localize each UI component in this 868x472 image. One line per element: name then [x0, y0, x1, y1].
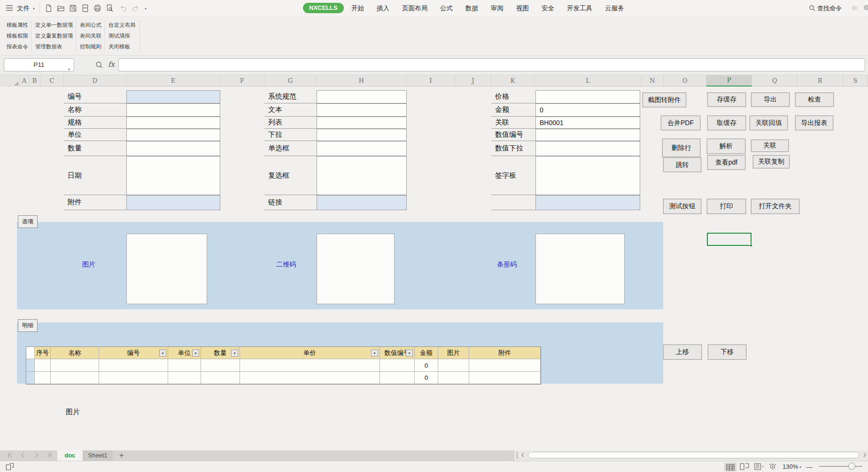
page-layout-view-icon[interactable] [753, 463, 764, 471]
hamburger-icon[interactable] [6, 5, 13, 11]
cell-image[interactable] [438, 359, 469, 372]
row-selector-cell[interactable] [26, 372, 35, 384]
name-box-caret-icon[interactable]: ▾ [68, 63, 70, 76]
move-up-button[interactable]: 上移 [663, 345, 702, 360]
cell-code[interactable] [99, 372, 168, 384]
next-sheet-icon[interactable] [33, 452, 39, 458]
open-file-button[interactable] [57, 4, 65, 12]
report-commands-button[interactable]: 报表命令 [7, 41, 28, 52]
column-header-k[interactable]: K [491, 75, 535, 87]
column-header-p-selected[interactable]: P [706, 75, 752, 87]
column-header-e[interactable]: E [126, 75, 220, 87]
header-attachment[interactable]: 附件 [469, 347, 541, 359]
insert-function-icon[interactable] [95, 61, 103, 69]
header-seq[interactable]: 序号 [35, 347, 51, 359]
cell-numeric-code[interactable] [380, 372, 415, 384]
template-permissions-button[interactable]: 模板权限 [7, 31, 28, 41]
print-button[interactable] [93, 4, 101, 12]
zoom-out-button[interactable]: — [806, 461, 813, 472]
menu-security[interactable]: 安全 [542, 0, 554, 16]
cell-image[interactable] [438, 372, 469, 384]
image-link[interactable]: 图片 [82, 260, 95, 269]
manage-data-table-button[interactable]: 管理数据表 [35, 41, 73, 52]
column-header-q[interactable]: Q [752, 75, 798, 87]
header-unit-price[interactable]: 单价▼ [240, 347, 380, 359]
select-all-corner[interactable] [0, 75, 20, 87]
cell-unit[interactable] [168, 372, 201, 384]
view-pdf-button[interactable]: 查看pdf [707, 155, 745, 170]
filter-dropdown-icon[interactable]: ▼ [159, 349, 166, 356]
field-list-input[interactable] [317, 117, 407, 129]
control-rules-button[interactable]: 控制规则 [80, 41, 101, 52]
cell-numeric-code[interactable] [380, 359, 415, 372]
horizontal-scrollbar-thumb[interactable] [528, 452, 860, 458]
check-button[interactable]: 检查 [795, 93, 834, 107]
selector-header-cell[interactable] [26, 347, 35, 359]
column-header-n[interactable]: N [642, 75, 664, 87]
qat-more-icon[interactable]: ▾ [145, 7, 147, 11]
field-numeric-dropdown-input[interactable] [535, 141, 640, 156]
paste-mode-icon[interactable] [6, 463, 15, 471]
filter-dropdown-icon[interactable]: ▼ [406, 349, 413, 356]
field-price-input[interactable] [535, 90, 640, 103]
test-button[interactable]: 测试按钮 [663, 199, 701, 214]
cell-quantity[interactable] [201, 372, 240, 384]
filter-dropdown-icon[interactable]: ▼ [192, 349, 199, 356]
header-numeric-code[interactable]: 数值编号▼ [380, 347, 415, 359]
merge-pdf-button[interactable]: 合并PDF [661, 116, 700, 130]
menu-data[interactable]: 数据 [465, 0, 478, 16]
zoom-level[interactable]: 130% [783, 461, 798, 472]
template-properties-button[interactable]: 模板属性 [7, 20, 28, 31]
header-quantity[interactable]: 数量▼ [201, 347, 240, 359]
field-blank-input[interactable] [535, 195, 640, 210]
menu-home[interactable]: 开始 [351, 0, 364, 16]
column-header-a[interactable]: A [20, 75, 29, 87]
field-system-spec-input[interactable] [317, 90, 407, 103]
sheet-tab-doc[interactable]: doc [57, 450, 83, 461]
zoom-caret-icon[interactable]: ▾ [799, 465, 801, 469]
field-relation-input[interactable]: BH0001 [535, 117, 640, 129]
field-amount-input[interactable]: 0 [535, 103, 640, 117]
name-box[interactable]: P11 ▾ [4, 58, 74, 71]
field-date-input[interactable] [126, 156, 220, 195]
prev-sheet-icon[interactable] [20, 452, 26, 458]
column-header-r[interactable]: R [798, 75, 843, 87]
column-header-d[interactable]: D [64, 75, 126, 87]
field-numeric-code-input[interactable] [535, 129, 640, 141]
filter-dropdown-icon[interactable]: ▼ [371, 349, 378, 356]
header-code[interactable]: 编号▼ [99, 347, 168, 359]
hide-elements-eye-icon[interactable] [767, 463, 778, 471]
sheet-tab-sheet1[interactable]: Sheet1 [83, 450, 113, 461]
header-unit[interactable]: 单位▼ [168, 347, 201, 359]
cell-name[interactable] [51, 359, 99, 372]
cell-quantity[interactable] [201, 359, 240, 372]
field-dropdown-input[interactable] [317, 129, 407, 141]
cell-seq[interactable] [35, 372, 51, 384]
column-header-i[interactable]: I [407, 75, 455, 87]
menu-view[interactable]: 视图 [516, 0, 529, 16]
detail-tab[interactable]: 明细 [18, 319, 38, 332]
field-checkbox-input[interactable] [317, 156, 407, 195]
selected-cell-p11[interactable] [707, 233, 752, 246]
field-name-input[interactable] [126, 103, 220, 117]
cell-attachment[interactable] [469, 372, 541, 384]
zoom-slider-thumb[interactable] [848, 463, 855, 470]
parse-button[interactable]: 解析 [707, 139, 745, 154]
save-button[interactable] [69, 4, 77, 12]
chevron-down-icon[interactable]: ▾ [33, 7, 35, 11]
qrcode-link[interactable]: 二维码 [276, 260, 296, 269]
link-button[interactable]: 关联 [751, 140, 789, 152]
open-folder-button[interactable]: 打开文件夹 [751, 199, 799, 214]
field-attachment-input[interactable] [126, 195, 220, 210]
define-single-data-item-button[interactable]: 定义单一数据项 [35, 20, 73, 31]
page-break-view-icon[interactable] [739, 463, 750, 471]
header-name[interactable]: 名称 [51, 347, 99, 359]
cell-unit-price[interactable] [240, 372, 380, 384]
search-icon[interactable] [809, 5, 816, 12]
intertable-link-button[interactable]: 表间关联 [80, 31, 101, 41]
fill-handle[interactable] [750, 244, 752, 247]
column-header-j[interactable]: J [455, 75, 491, 87]
menu-page-layout[interactable]: 页面布局 [402, 0, 427, 16]
print-preview-button[interactable] [106, 4, 114, 12]
first-sheet-icon[interactable] [7, 452, 13, 458]
